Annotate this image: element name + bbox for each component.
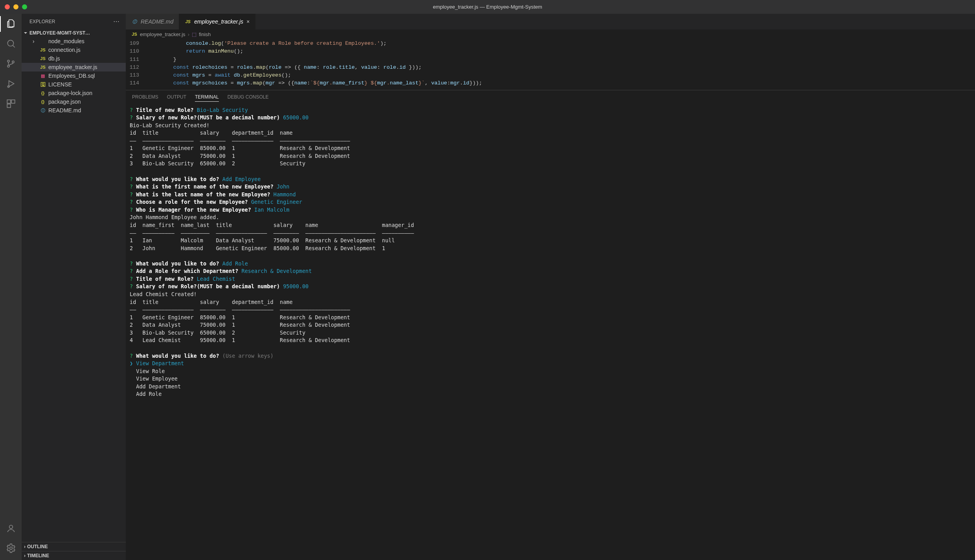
- activity-debug[interactable]: [6, 79, 16, 90]
- panel-tabs: PROBLEMS OUTPUT TERMINAL DEBUG CONSOLE: [126, 90, 975, 104]
- breadcrumb[interactable]: JS employee_tracker.js › ⬚ finish: [126, 29, 975, 39]
- md-icon: ⓘ: [40, 107, 46, 113]
- tab-readme[interactable]: ⓘ README.md: [126, 14, 179, 29]
- js-icon: JS: [185, 18, 191, 25]
- tab-employee-tracker[interactable]: JS employee_tracker.js ×: [179, 14, 255, 29]
- gear-icon: [6, 543, 16, 553]
- debug-icon: [6, 79, 16, 89]
- tab-label: README.md: [141, 18, 173, 25]
- file-label: db.js: [48, 55, 60, 62]
- activity-extensions[interactable]: [6, 99, 16, 110]
- js-icon: JS: [40, 64, 46, 70]
- account-icon: [6, 523, 16, 533]
- js-icon: JS: [131, 31, 138, 37]
- svg-rect-7: [7, 104, 11, 108]
- bottom-panel: PROBLEMS OUTPUT TERMINAL DEBUG CONSOLE ?…: [126, 90, 975, 560]
- terminal[interactable]: ? Title of new Role? Bio-Lab Security ? …: [126, 104, 975, 560]
- svg-point-0: [7, 40, 13, 46]
- js-icon: JS: [40, 55, 46, 62]
- db-icon: ▤: [40, 73, 46, 79]
- titlebar: employee_tracker.js — Employee-Mgmt-Syst…: [0, 0, 975, 14]
- file-label: connection.js: [48, 47, 81, 53]
- search-icon: [6, 38, 16, 49]
- svg-point-4: [7, 86, 9, 87]
- activity-settings[interactable]: [6, 543, 16, 555]
- git-branch-icon: [6, 59, 16, 69]
- sidebar-more-icon[interactable]: ⋯: [113, 18, 119, 25]
- file-item-connection-js[interactable]: JSconnection.js: [22, 46, 126, 54]
- panel-tab-terminal[interactable]: TERMINAL: [195, 93, 219, 102]
- svg-point-2: [7, 65, 9, 67]
- svg-point-3: [12, 61, 14, 63]
- file-label: node_modules: [48, 38, 84, 44]
- folder-header[interactable]: EMPLOYEE-MGMT-SYST…: [22, 29, 126, 37]
- file-label: README.md: [48, 107, 81, 113]
- window-close[interactable]: [5, 4, 10, 9]
- file-tree: ›node_modulesJSconnection.jsJSdb.jsJSemp…: [22, 37, 126, 542]
- activity-explorer[interactable]: [6, 18, 16, 30]
- outline-header[interactable]: › OUTLINE: [22, 542, 126, 551]
- extensions-icon: [6, 99, 16, 109]
- file-item-db-js[interactable]: JSdb.js: [22, 54, 126, 63]
- file-item-package-lock-json[interactable]: {}package-lock.json: [22, 89, 126, 97]
- activity-bar: [0, 14, 22, 560]
- code-editor[interactable]: 109 console.log('Please create a Role be…: [126, 39, 975, 90]
- svg-point-1: [7, 60, 9, 62]
- file-item-employee-tracker-js[interactable]: JSemployee_tracker.js: [22, 63, 126, 71]
- timeline-header[interactable]: › TIMELINE: [22, 551, 126, 560]
- tab-label: employee_tracker.js: [194, 18, 243, 25]
- sidebar: EXPLORER ⋯ EMPLOYEE-MGMT-SYST… ›node_mod…: [22, 14, 126, 560]
- lic-icon: 🅀: [40, 81, 46, 88]
- files-icon: [6, 18, 16, 29]
- activity-accounts[interactable]: [6, 523, 16, 534]
- svg-point-9: [9, 547, 12, 550]
- svg-rect-5: [7, 100, 11, 103]
- window-minimize[interactable]: [13, 4, 18, 9]
- breadcrumb-symbol: finish: [199, 31, 211, 37]
- close-icon[interactable]: ×: [246, 18, 250, 25]
- breadcrumb-file: employee_tracker.js: [140, 31, 185, 37]
- json-icon: {}: [40, 99, 46, 105]
- sidebar-title: EXPLORER: [29, 19, 55, 24]
- svg-point-8: [9, 525, 13, 529]
- chevron-right-icon: ›: [188, 31, 189, 37]
- svg-rect-6: [11, 100, 15, 103]
- file-label: LICENSE: [48, 81, 72, 88]
- chevron-right-icon: ›: [33, 38, 37, 44]
- info-icon: ⓘ: [131, 18, 138, 25]
- json-icon: {}: [40, 90, 46, 96]
- chevron-right-icon: ›: [24, 553, 26, 558]
- window-maximize[interactable]: [22, 4, 27, 9]
- activity-search[interactable]: [6, 38, 16, 50]
- file-label: package.json: [48, 99, 81, 105]
- chevron-right-icon: ›: [24, 544, 26, 549]
- folder-name: EMPLOYEE-MGMT-SYST…: [29, 30, 90, 36]
- file-label: Employees_DB.sql: [48, 73, 95, 79]
- js-icon: JS: [40, 47, 46, 53]
- window-title: employee_tracker.js — Employee-Mgmt-Syst…: [433, 4, 542, 10]
- editor-tabs: ⓘ README.md JS employee_tracker.js ×: [126, 14, 975, 29]
- file-item-license[interactable]: 🅀LICENSE: [22, 80, 126, 89]
- file-item-readme-md[interactable]: ⓘREADME.md: [22, 106, 126, 115]
- panel-tab-output[interactable]: OUTPUT: [167, 93, 186, 102]
- file-item-node-modules[interactable]: ›node_modules: [22, 37, 126, 46]
- file-label: employee_tracker.js: [48, 64, 97, 70]
- panel-tab-debug-console[interactable]: DEBUG CONSOLE: [228, 93, 269, 102]
- file-item-package-json[interactable]: {}package.json: [22, 97, 126, 106]
- activity-source-control[interactable]: [6, 59, 16, 70]
- panel-tab-problems[interactable]: PROBLEMS: [132, 93, 158, 102]
- file-label: package-lock.json: [48, 90, 92, 96]
- folder-icon: [40, 38, 46, 44]
- chevron-down-icon: [23, 31, 28, 35]
- cube-icon: ⬚: [192, 31, 196, 37]
- editor-area: ⓘ README.md JS employee_tracker.js × JS …: [126, 14, 975, 560]
- file-item-employees-db-sql[interactable]: ▤Employees_DB.sql: [22, 71, 126, 80]
